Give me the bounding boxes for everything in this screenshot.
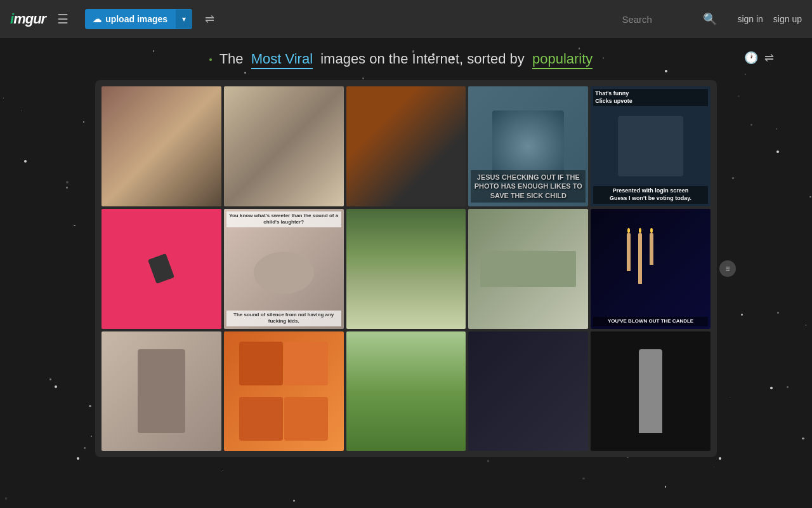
search-input[interactable] [622,14,698,25]
history-button[interactable]: 🕐 [744,51,758,65]
gallery-item[interactable]: YOU'VE BLOWN OUT THE CANDLE [591,209,710,329]
upload-label: upload images [105,14,167,24]
sign-in-button[interactable]: sign in [737,14,763,24]
title-bar: The Most Viral images on the Internet, s… [0,51,812,67]
popularity-label: popularity [532,51,593,69]
gallery-item[interactable] [468,209,588,329]
logo[interactable]: imgur [10,11,46,27]
nav-links: sign in sign up [737,14,802,24]
gallery-item[interactable] [224,86,344,206]
gallery-item[interactable]: JESUS CHECKING OUT IF THE PHOTO HAS ENOU… [468,86,588,206]
upload-icon: ☁ [93,14,102,24]
title-prefix: The [219,51,244,67]
upload-images-button[interactable]: ☁ upload images [85,9,175,29]
gallery-item[interactable] [591,331,710,451]
sort-button[interactable]: ⇌ [764,51,774,65]
upload-button-group: ☁ upload images ▾ [85,9,192,29]
gallery-item[interactable] [102,331,221,451]
most-viral-label: Most Viral [251,51,313,69]
gallery-item[interactable]: You know what's sweeter than the sound o… [224,209,344,329]
gallery-item[interactable]: That's funnyClicks upvote Presented with… [591,86,710,206]
gallery-item[interactable] [346,86,466,206]
title-controls: 🕐 ⇌ [744,51,774,65]
main-content: The Most Viral images on the Internet, s… [0,38,812,470]
title-middle: images on the Internet, sorted by [320,51,525,67]
gallery-item[interactable] [102,209,221,329]
gallery-item[interactable] [224,331,344,451]
upload-dropdown-button[interactable]: ▾ [175,10,192,29]
gallery-item[interactable] [468,331,588,451]
gallery-container: JESUS CHECKING OUT IF THE PHOTO HAS ENOU… [95,80,717,457]
navbar: imgur ☰ ☁ upload images ▾ ⇌ 🔍 sign in si… [0,0,812,38]
gallery-grid: JESUS CHECKING OUT IF THE PHOTO HAS ENOU… [102,86,710,451]
hamburger-button[interactable]: ☰ [53,9,72,29]
shuffle-button[interactable]: ⇌ [200,10,219,29]
search-button[interactable]: 🔍 [700,10,719,29]
scroll-indicator[interactable]: ≡ [719,260,736,277]
sign-up-button[interactable]: sign up [773,14,802,24]
search-area: 🔍 [622,10,719,29]
gallery-item[interactable] [346,331,466,451]
gallery-item[interactable] [346,209,466,329]
gallery-item[interactable] [102,86,221,206]
